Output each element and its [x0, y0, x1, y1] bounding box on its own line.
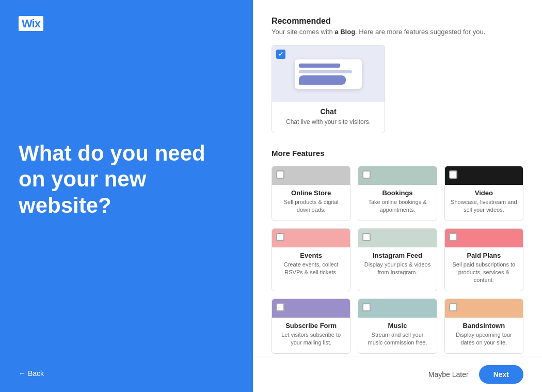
feature-title-8: Bandsintown — [450, 322, 518, 330]
feature-card-top-0 — [272, 166, 350, 185]
feature-card-body-4: Instagram FeedDisplay your pics & videos… — [358, 247, 436, 283]
feature-card-instagram-feed[interactable]: Instagram FeedDisplay your pics & videos… — [358, 228, 437, 291]
feature-desc-8: Display upcoming tour dates on your site… — [450, 331, 518, 347]
recommended-card-chat[interactable]: Chat Chat live with your site visitors. — [272, 45, 385, 133]
feature-checkbox-6[interactable] — [276, 303, 284, 311]
feature-card-top-6 — [272, 299, 350, 318]
feature-checkbox-4[interactable] — [362, 233, 371, 241]
feature-card-top-3 — [272, 229, 350, 247]
feature-card-body-0: Online StoreSell products & digital down… — [272, 185, 350, 221]
feature-card-top-1 — [358, 166, 436, 185]
next-button[interactable]: Next — [479, 365, 523, 384]
features-grid: Online StoreSell products & digital down… — [272, 166, 523, 354]
recommended-section: Recommended Your site comes with a Blog.… — [272, 17, 523, 133]
feature-checkbox-5[interactable] — [449, 233, 457, 241]
left-panel: Wix What do you need on your new website… — [0, 0, 253, 392]
feature-card-body-7: MusicStream and sell your music commissi… — [358, 318, 436, 353]
chat-card-title: Chat — [279, 107, 377, 116]
feature-card-top-8 — [445, 299, 523, 318]
feature-desc-4: Display your pics & videos from Instagra… — [363, 261, 431, 277]
feature-title-1: Bookings — [363, 189, 431, 197]
feature-checkbox-7[interactable] — [362, 303, 371, 311]
feature-card-bookings[interactable]: BookingsTake online bookings & appointme… — [358, 166, 437, 221]
feature-title-4: Instagram Feed — [363, 252, 431, 259]
maybe-later-button[interactable]: Maybe Later — [428, 370, 469, 379]
feature-card-body-1: BookingsTake online bookings & appointme… — [358, 185, 436, 221]
feature-desc-6: Let visitors subscribe to your mailing l… — [277, 331, 345, 347]
back-button[interactable]: ← Back — [19, 369, 234, 378]
feature-card-music[interactable]: MusicStream and sell your music commissi… — [358, 299, 437, 354]
feature-card-top-4 — [358, 229, 436, 247]
recommended-subtitle: Your site comes with a Blog. Here are mo… — [272, 28, 523, 36]
feature-title-3: Events — [277, 252, 345, 259]
feature-checkbox-0[interactable] — [276, 170, 284, 179]
headline: What do you need on your new website? — [19, 140, 234, 260]
feature-card-top-2 — [445, 166, 523, 185]
feature-card-online-store[interactable]: Online StoreSell products & digital down… — [272, 166, 350, 221]
feature-card-body-6: Subscribe FormLet visitors subscribe to … — [272, 318, 350, 353]
chat-card-desc: Chat live with your site visitors. — [279, 118, 377, 127]
feature-desc-5: Sell paid subscriptions to products, ser… — [450, 261, 518, 285]
feature-desc-0: Sell products & digital downloads. — [277, 198, 345, 214]
feature-checkbox-2[interactable] — [449, 170, 457, 179]
feature-title-0: Online Store — [277, 189, 345, 197]
bottom-bar: Maybe Later Next — [253, 356, 542, 392]
chat-bar-1 — [299, 64, 340, 68]
chat-bar-2 — [299, 70, 352, 73]
feature-desc-7: Stream and sell your music commission fr… — [363, 331, 431, 347]
feature-card-top-5 — [445, 229, 523, 247]
more-features-title: More Features — [272, 149, 523, 158]
feature-desc-1: Take online bookings & appointments. — [363, 198, 431, 214]
right-panel: Recommended Your site comes with a Blog.… — [253, 0, 542, 392]
feature-card-body-5: Paid PlansSell paid subscriptions to pro… — [445, 247, 523, 291]
feature-title-6: Subscribe Form — [277, 322, 345, 330]
feature-card-bandsintown[interactable]: BandsintownDisplay upcoming tour dates o… — [444, 299, 523, 354]
feature-card-events[interactable]: EventsCreate events, collect RSVPs & sel… — [272, 228, 350, 291]
feature-card-body-2: VideoShowcase, livestream and sell your … — [445, 185, 523, 221]
feature-desc-2: Showcase, livestream and sell your video… — [450, 198, 518, 214]
feature-checkbox-8[interactable] — [449, 303, 457, 311]
chat-checkbox — [276, 50, 285, 59]
chat-bubble — [299, 75, 346, 85]
feature-title-2: Video — [450, 189, 518, 197]
chat-card-image — [272, 45, 385, 102]
chat-mock-ui — [295, 59, 362, 89]
feature-card-subscribe-form[interactable]: Subscribe FormLet visitors subscribe to … — [272, 299, 350, 354]
feature-card-body-8: BandsintownDisplay upcoming tour dates o… — [445, 318, 523, 353]
feature-title-7: Music — [363, 322, 431, 330]
feature-title-5: Paid Plans — [450, 252, 518, 259]
right-content: Recommended Your site comes with a Blog.… — [253, 0, 542, 392]
feature-checkbox-1[interactable] — [362, 170, 371, 179]
wix-logo: Wix — [19, 14, 234, 31]
feature-desc-3: Create events, collect RSVPs & sell tick… — [277, 261, 345, 277]
feature-card-paid-plans[interactable]: Paid PlansSell paid subscriptions to pro… — [444, 228, 523, 291]
recommended-title: Recommended — [272, 17, 523, 26]
chat-card-body: Chat Chat live with your site visitors. — [272, 102, 385, 133]
feature-checkbox-3[interactable] — [276, 233, 284, 241]
more-features-section: More Features Online StoreSell products … — [272, 149, 523, 354]
feature-card-top-7 — [358, 299, 436, 318]
feature-card-body-3: EventsCreate events, collect RSVPs & sel… — [272, 247, 350, 283]
feature-card-video[interactable]: VideoShowcase, livestream and sell your … — [444, 166, 523, 221]
